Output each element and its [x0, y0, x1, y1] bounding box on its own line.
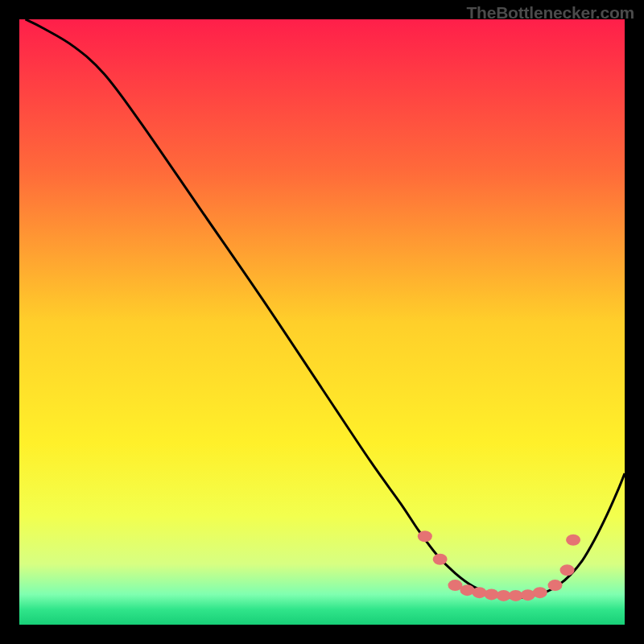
marker-point — [533, 587, 547, 598]
chart-svg — [19, 19, 625, 625]
plot-area — [19, 19, 625, 625]
marker-point — [460, 584, 474, 596]
marker-point — [548, 580, 563, 591]
marker-point — [566, 535, 580, 546]
chart-frame: TheBottlenecker.com — [0, 0, 644, 644]
marker-point — [473, 587, 487, 598]
marker-point — [418, 530, 432, 542]
background-gradient — [19, 19, 625, 625]
marker-point — [521, 589, 535, 601]
watermark-text: TheBottlenecker.com — [466, 3, 634, 23]
marker-point — [560, 564, 575, 576]
marker-point — [433, 554, 448, 565]
